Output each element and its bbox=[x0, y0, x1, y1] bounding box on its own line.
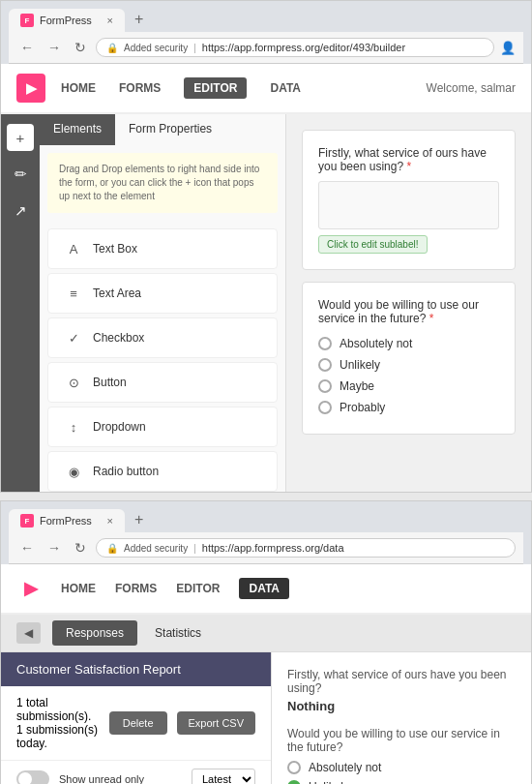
element-radio[interactable]: ◉ Radio button bbox=[47, 451, 278, 492]
data-left-panel: Customer Satisfaction Report 1 total sub… bbox=[1, 652, 272, 784]
tab-close-2[interactable]: × bbox=[107, 515, 113, 527]
radio-circle-1 bbox=[318, 337, 332, 350]
browser-window-2: F FormPress × + ← → ↻ 🔒 Added security |… bbox=[0, 500, 532, 784]
radio-option-label-1: Absolutely not bbox=[340, 337, 412, 350]
address-url-2: https://app.formpress.org/data bbox=[202, 542, 344, 554]
data-content: Customer Satisfaction Report 1 total sub… bbox=[1, 652, 531, 784]
radio-icon: ◉ bbox=[64, 462, 83, 481]
response-answer-1: Nothing bbox=[287, 699, 516, 713]
nav-refresh-2[interactable]: ↻ bbox=[71, 538, 90, 558]
radio-response-label: Absolutely not bbox=[309, 761, 381, 774]
sort-select[interactable]: Latest Oldest bbox=[192, 769, 255, 784]
nav-editor-2[interactable]: EDITOR bbox=[176, 578, 220, 599]
nav-forward-2[interactable]: → bbox=[44, 538, 65, 558]
address-url-1: https://app.formpress.org/editor/493/bui… bbox=[202, 42, 405, 53]
element-list: A Text Box ≡ Text Area ✓ Checkbox ⊙ Butt… bbox=[40, 221, 285, 499]
toggle-label: Show unread only bbox=[59, 773, 182, 784]
radio-circle-4 bbox=[318, 401, 332, 414]
security-text-1: Added security bbox=[124, 43, 188, 53]
radio-response-label: Unlikely bbox=[309, 780, 349, 784]
data-tabs: ◀ Responses Statistics bbox=[1, 615, 531, 652]
submission-line4: today. bbox=[16, 737, 100, 750]
app-header-1: ▶ HOME FORMS EDITOR DATA Welcome, salmar bbox=[1, 64, 531, 114]
nav-back-1[interactable]: ← bbox=[16, 38, 38, 57]
radio-option-4: Probably bbox=[318, 397, 499, 418]
radio-label: Radio button bbox=[93, 465, 159, 478]
nav-welcome-1: Welcome, salmar bbox=[427, 81, 516, 95]
sublabel-button[interactable]: Click to edit sublabel! bbox=[318, 235, 428, 254]
app-logo-2: ▶ bbox=[16, 574, 45, 603]
sidebar-collapse-button[interactable]: ◀ bbox=[16, 622, 41, 644]
profile-icon-1: 👤 bbox=[500, 41, 516, 55]
radio-option-3: Maybe bbox=[318, 376, 499, 397]
tools-strip: + ✏ ↗ bbox=[1, 114, 40, 492]
new-tab-button-2[interactable]: + bbox=[127, 507, 151, 532]
sidebar-hint: Drag and Drop elements to right hand sid… bbox=[47, 153, 278, 213]
fp-logo: ▶ bbox=[24, 578, 38, 599]
submission-info: 1 total submission(s). 1 submission(s) t… bbox=[1, 686, 271, 761]
nav-back-2[interactable]: ← bbox=[16, 538, 38, 558]
tool-add-button[interactable]: + bbox=[7, 124, 34, 151]
security-badge-1: 🔒 bbox=[106, 43, 118, 53]
required-star-2: * bbox=[429, 312, 434, 325]
address-input-2[interactable]: 🔒 Added security | https://app.formpress… bbox=[96, 538, 516, 558]
data-right-panel: Firstly, what service of ours have you b… bbox=[272, 652, 531, 784]
tool-share-button[interactable]: ↗ bbox=[7, 197, 34, 225]
app-nav-1: HOME FORMS EDITOR DATA bbox=[61, 77, 301, 99]
radio-circle-2 bbox=[318, 358, 332, 372]
browser-tab-1[interactable]: F FormPress × bbox=[9, 9, 125, 32]
nav-forms-2[interactable]: FORMS bbox=[115, 578, 157, 599]
tab-close-1[interactable]: × bbox=[107, 15, 113, 26]
dropdown-icon: ↕ bbox=[64, 417, 83, 437]
response-block-2: Would you be willing to use our service … bbox=[287, 727, 516, 784]
nav-home-1[interactable]: HOME bbox=[61, 77, 96, 99]
nav-editor-1[interactable]: EDITOR bbox=[184, 77, 247, 99]
new-tab-button-1[interactable]: + bbox=[127, 7, 151, 32]
address-bar-2: ← → ↻ 🔒 Added security | https://app.for… bbox=[9, 532, 523, 564]
element-textbox[interactable]: A Text Box bbox=[47, 228, 278, 269]
editor-main: Firstly, what service of ours have you b… bbox=[286, 114, 531, 492]
textarea-icon: ≡ bbox=[64, 284, 83, 303]
radio-circle-3 bbox=[318, 379, 332, 393]
security-badge-2: 🔒 bbox=[106, 543, 118, 554]
nav-forward-1[interactable]: → bbox=[44, 38, 65, 57]
nav-data-1[interactable]: DATA bbox=[270, 77, 301, 99]
tab-responses[interactable]: Responses bbox=[52, 620, 137, 646]
tab-statistics[interactable]: Statistics bbox=[141, 620, 215, 646]
tool-pencil-button[interactable]: ✏ bbox=[7, 161, 34, 188]
button-label: Button bbox=[93, 376, 127, 389]
nav-home-2[interactable]: HOME bbox=[61, 578, 96, 599]
browser-window-1: F FormPress × + ← → ↻ 🔒 Added security |… bbox=[0, 0, 532, 493]
nav-forms-1[interactable]: FORMS bbox=[119, 77, 161, 99]
export-csv-button[interactable]: Export CSV bbox=[177, 711, 255, 735]
delete-button[interactable]: Delete bbox=[109, 711, 167, 735]
tab-label-1: FormPress bbox=[40, 15, 92, 26]
radio-responses: Absolutely notUnlikelyMaybeProbablyDefin… bbox=[287, 758, 516, 784]
tab-favicon-1: F bbox=[20, 14, 34, 27]
radio-option-1: Absolutely not bbox=[318, 333, 499, 354]
element-button[interactable]: ⊙ Button bbox=[47, 362, 278, 403]
answer-box-1[interactable] bbox=[318, 181, 499, 229]
radio-dot bbox=[287, 761, 301, 774]
response-block-1: Firstly, what service of ours have you b… bbox=[287, 668, 516, 713]
element-textarea[interactable]: ≡ Text Area bbox=[47, 273, 278, 314]
response-question-2: Would you be willing to use our service … bbox=[287, 727, 516, 754]
dropdown-label: Dropdown bbox=[93, 420, 146, 434]
app-logo-1: ▶ bbox=[16, 74, 45, 103]
required-star-1: * bbox=[406, 160, 411, 173]
element-dropdown[interactable]: ↕ Dropdown bbox=[47, 407, 278, 447]
editor-layout: + ✏ ↗ Elements Form Properties Drag and … bbox=[1, 114, 531, 492]
unread-toggle[interactable] bbox=[16, 770, 49, 784]
submission-line3: 1 submission(s) bbox=[16, 723, 100, 737]
editor-sidebar: Elements Form Properties Drag and Drop e… bbox=[40, 114, 286, 492]
element-checkbox[interactable]: ✓ Checkbox bbox=[47, 317, 278, 358]
radio-response-item: Unlikely bbox=[287, 777, 516, 784]
nav-data-2[interactable]: DATA bbox=[239, 578, 289, 599]
tab-elements[interactable]: Elements bbox=[40, 114, 115, 145]
button-icon: ⊙ bbox=[64, 373, 83, 392]
filter-row: Show unread only Latest Oldest bbox=[1, 761, 271, 784]
nav-refresh-1[interactable]: ↻ bbox=[71, 38, 90, 57]
tab-form-properties[interactable]: Form Properties bbox=[115, 114, 225, 145]
address-input-1[interactable]: 🔒 Added security | https://app.formpress… bbox=[96, 38, 494, 57]
browser-tab-2[interactable]: F FormPress × bbox=[9, 509, 125, 532]
